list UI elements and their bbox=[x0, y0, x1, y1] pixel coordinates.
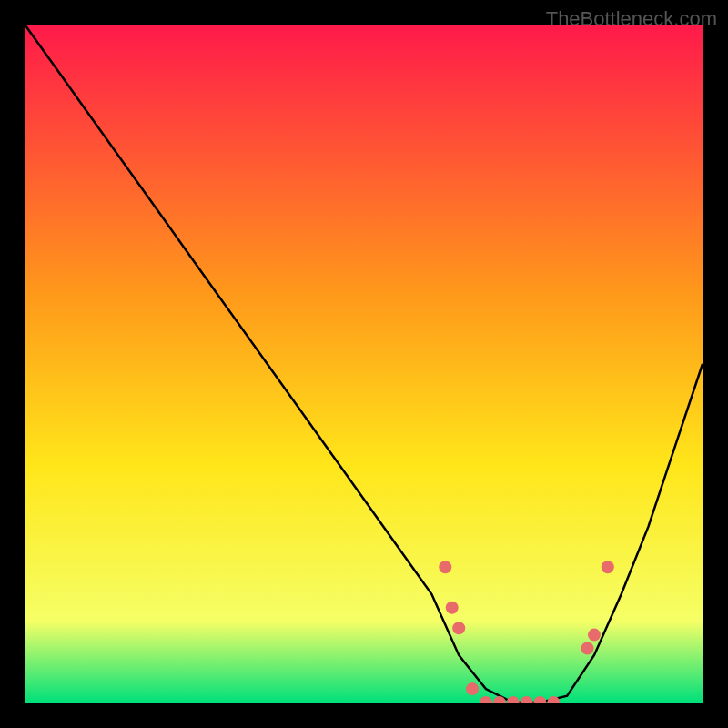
gradient-background bbox=[25, 25, 703, 703]
data-marker bbox=[588, 629, 601, 642]
chart-svg bbox=[25, 25, 703, 703]
data-marker bbox=[581, 642, 594, 655]
data-marker bbox=[452, 622, 465, 634]
chart-container bbox=[25, 25, 703, 703]
data-marker bbox=[446, 602, 459, 614]
watermark-text: TheBottleneck.com bbox=[546, 7, 717, 31]
data-marker bbox=[602, 561, 614, 573]
data-marker bbox=[439, 561, 451, 573]
data-marker bbox=[466, 682, 479, 695]
